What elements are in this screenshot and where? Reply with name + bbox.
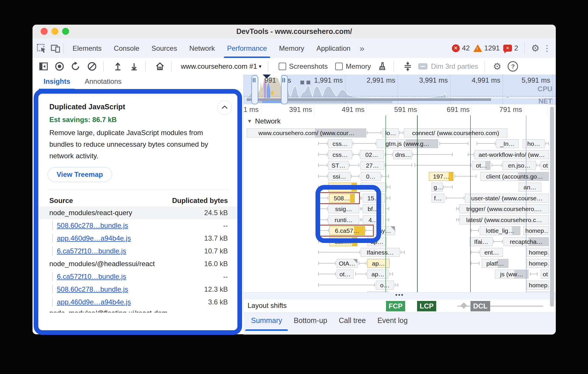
toggle-sidebar-icon[interactable] [39,62,48,71]
network-request-bar[interactable]: css… [328,150,352,159]
inspect-icon[interactable] [37,43,46,53]
tab-network[interactable]: Network [183,39,221,58]
network-request-bar[interactable]: lottie_lig… [480,226,520,235]
tab-application[interactable]: Application [310,39,356,58]
network-request-bar[interactable]: 02… [360,150,384,159]
network-flamechart[interactable]: ▼Network www.coursehero.com/ (www.cour…l… [244,115,549,292]
warning-count[interactable]: 1291 [484,44,500,52]
issues-icon[interactable]: ✕ [503,45,512,52]
help-icon[interactable]: ? [508,61,518,72]
timeline-overview[interactable]: 1,991 ms2,991 ms3,991 ms4,991 ms5,991 ms… [244,75,556,105]
memory-checkbox[interactable] [335,63,343,70]
request-label: an… [522,184,538,190]
dim-3rd-parties-toggle[interactable] [418,63,428,70]
network-request-bar[interactable]: homep… [527,248,549,257]
network-request-bar[interactable]: css… [328,139,352,148]
network-request-bar[interactable]: dns… [393,150,412,159]
settings-gear-icon[interactable]: ⚙ [531,43,540,53]
warning-icon[interactable] [473,44,482,52]
capture-settings-gear-icon[interactable]: ⚙ [493,62,502,71]
network-request-bar[interactable]: ot… [472,161,490,170]
reload-icon[interactable] [71,61,81,71]
network-request-bar[interactable]: latest/ (www.coursehero.c… [459,215,549,224]
marker-badge-fcp[interactable]: FCP [386,301,405,311]
network-request-bar[interactable]: platf… [482,259,508,268]
bottom-tab-event-log[interactable]: Event log [373,316,412,331]
network-request-bar[interactable]: connect/ (www.coursehero.com) [404,128,507,137]
bottom-tab-call-tree[interactable]: Call tree [335,316,370,331]
network-request-bar[interactable]: user-state/ (www.course… [465,194,549,203]
network-request-bar[interactable]: ST… [328,161,349,170]
network-request-bar[interactable]: 197… [429,172,453,181]
network-request-bar[interactable]: recaptcha… [504,237,549,246]
network-request-bar[interactable]: ent… [480,248,503,257]
tab-sources[interactable]: Sources [145,39,183,58]
network-request-bar[interactable]: ot [541,270,549,279]
error-icon[interactable]: ✕ [452,44,460,52]
network-request-bar[interactable]: en.jso… [503,161,536,170]
network-request-bar[interactable]: ho… [523,139,545,148]
flamechart-scrollbar[interactable] [550,107,554,307]
network-request-bar[interactable]: ap… [367,259,389,268]
kebab-menu-icon[interactable]: ⋮ [543,43,551,53]
network-request-bar[interactable]: ot [541,161,549,170]
tab-annotations[interactable]: Annotations [85,77,122,86]
network-request-bar[interactable]: an… [519,183,541,192]
network-request-bar[interactable]: f… [432,194,444,203]
upload-profile-icon[interactable] [113,61,123,71]
collapsed-tracks-strip[interactable]: ••• [244,292,556,300]
bottom-tab-summary[interactable]: Summary [247,316,286,331]
error-count[interactable]: 42 [462,44,470,52]
network-request-bar[interactable]: trigger/ (www.coursehero.… [459,204,549,213]
network-request-bar[interactable]: ssi… [328,172,351,181]
network-request-bar[interactable]: Ifai… [470,237,493,246]
tab-elements[interactable]: Elements [66,39,108,58]
tab-console[interactable]: Console [108,39,145,58]
network-request-bar[interactable]: OtA… [337,259,358,268]
screenshots-label[interactable]: Screenshots [289,62,328,70]
marker-badge-dcl[interactable]: DCL [470,301,490,311]
collapse-triangle-icon[interactable]: ▼ [247,118,252,124]
memory-label[interactable]: Memory [346,62,371,70]
home-icon[interactable] [155,61,165,71]
download-profile-icon[interactable] [129,61,139,71]
overview-left-handle[interactable] [251,75,258,104]
network-section-header[interactable]: ▼Network [247,117,281,125]
network-request-bar[interactable]: lo… [383,128,399,137]
network-request-bar[interactable]: gtm.js (www.g… [377,139,438,148]
tab-insights[interactable]: Insights [44,77,70,86]
more-tabs-button[interactable]: » [357,39,367,58]
blue-annotation-box [34,89,242,335]
network-request-bar[interactable]: ot… [337,270,353,279]
network-request-bar[interactable]: client (accounts.go… [480,172,549,181]
network-request-bar[interactable]: 0… [361,172,381,181]
tab-performance[interactable]: Performance [221,39,273,58]
network-request-bar[interactable]: o… [376,281,394,290]
collapse-flame-icon[interactable] [403,61,412,72]
marker-badge-lcp[interactable]: LCP [417,301,436,311]
dropdown-arrow-icon[interactable]: ▾ [259,63,261,70]
issues-count[interactable]: 2 [514,44,518,52]
overview-right-handle[interactable] [281,75,288,104]
clear-icon[interactable] [87,61,97,71]
network-request-bar[interactable]: js (ww… [495,270,529,279]
network-request-bar[interactable]: 27… [360,161,384,170]
garbage-collect-icon[interactable] [377,61,387,71]
record-icon[interactable] [55,61,64,71]
screenshots-checkbox[interactable] [279,63,286,70]
network-request-bar[interactable]: aet-workflow-info/ (ww… [475,150,549,159]
profile-select[interactable]: www.coursehero.com #1 [181,62,257,70]
network-request-bar[interactable]: _In… [496,139,519,148]
layout-shifts-label: Layout shifts [248,302,287,310]
network-request-bar[interactable]: homep… [527,259,549,268]
network-request-bar[interactable]: ap… [367,270,388,279]
network-request-bar[interactable]: Ifainess… [361,248,400,257]
network-request-bar[interactable]: homep… [523,226,549,235]
network-request-bar[interactable]: www.coursehero.com/ (www.cour… [247,128,366,137]
device-toolbar-icon[interactable] [50,43,60,53]
network-request-bar[interactable]: homep… [527,281,549,290]
bottom-tab-bottom-up[interactable]: Bottom-up [290,316,331,331]
tab-memory[interactable]: Memory [273,39,311,58]
request-label: homep… [527,260,549,267]
network-request-bar[interactable]: g… [432,183,443,192]
